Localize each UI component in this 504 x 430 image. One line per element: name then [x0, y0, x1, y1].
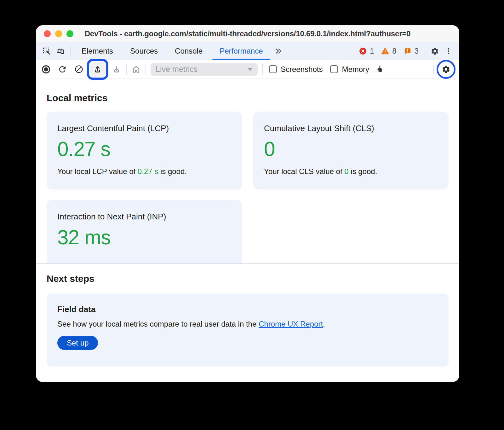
live-metrics-home-button[interactable] [129, 62, 143, 76]
devtools-settings-button[interactable] [428, 44, 442, 58]
screenshots-check-group: Screenshots [269, 65, 323, 74]
inspect-element-button[interactable] [40, 44, 54, 58]
local-metrics-heading: Local metrics [47, 93, 449, 103]
device-toolbar-button[interactable] [54, 44, 67, 58]
screenshots-checkbox[interactable] [269, 65, 277, 73]
chevron-down-icon [248, 68, 253, 71]
cls-description: Your local CLS value of 0 is good. [264, 167, 438, 176]
inspect-element-icon [42, 47, 51, 55]
toolbar-divider-3 [262, 64, 263, 74]
console-errors-badge[interactable]: 1 [359, 47, 374, 55]
metrics-grid: Largest Contentful Paint (LCP) 0.27 s Yo… [47, 112, 449, 263]
performance-toolbar: Live metrics Screenshots Memory [36, 60, 459, 79]
lcp-desc-suffix: is good. [158, 167, 187, 176]
settings-button-circle-annotation [437, 60, 455, 79]
lcp-card-title: Largest Contentful Paint (LCP) [57, 124, 231, 133]
upload-icon [93, 65, 102, 74]
field-data-text-suffix: . [323, 320, 325, 328]
toolbar-divider [126, 64, 127, 74]
warning-count: 8 [392, 47, 396, 55]
field-data-card: Field data See how your local metrics co… [47, 293, 449, 367]
tab-console[interactable]: Console [166, 42, 211, 60]
inp-card: Interaction to Next Paint (INP) 32 ms [47, 200, 242, 263]
field-data-text: See how your local metrics compare to re… [57, 320, 438, 328]
next-steps-heading: Next steps [47, 273, 449, 284]
console-warnings-badge[interactable]: 8 [381, 47, 396, 55]
device-toolbar-icon [56, 47, 65, 55]
tab-sources[interactable]: Sources [122, 42, 166, 60]
cls-desc-value: 0 [344, 167, 348, 176]
live-metrics-select[interactable]: Live metrics [151, 63, 258, 76]
traffic-lights [44, 25, 73, 42]
save-profile-button[interactable] [110, 62, 123, 76]
cls-card: Cumulative Layout Shift (CLS) 0 Your loc… [253, 112, 449, 189]
clear-icon [74, 65, 83, 74]
issue-count: 3 [415, 47, 419, 55]
lcp-desc-prefix: Your local LCP value of [57, 167, 138, 176]
field-data-text-prefix: See how your local metrics compare to re… [57, 320, 259, 328]
memory-check-group: Memory [330, 65, 369, 74]
more-tabs-button[interactable] [272, 44, 285, 58]
next-steps-section: Next steps Field data See how your local… [36, 264, 459, 367]
error-icon [359, 47, 367, 55]
lcp-desc-value: 0.27 s [138, 167, 158, 176]
cls-desc-prefix: Your local CLS value of [264, 167, 344, 176]
toolbar-divider-4 [433, 64, 434, 74]
inp-card-title: Interaction to Next Paint (INP) [57, 212, 231, 221]
tab-elements[interactable]: Elements [73, 42, 122, 60]
gear-icon [431, 47, 439, 55]
devtools-tab-bar: Elements Sources Console Performance 1 [36, 42, 459, 60]
upload-button-highlight-annotation [87, 59, 108, 80]
lcp-value: 0.27 s [57, 138, 231, 160]
double-chevron-right-icon [274, 47, 283, 55]
lcp-card: Largest Contentful Paint (LCP) 0.27 s Yo… [47, 112, 242, 189]
record-button[interactable] [39, 62, 53, 76]
error-count: 1 [370, 47, 374, 55]
window-title: DevTools - earth.google.com/static/multi… [85, 29, 411, 38]
screenshot-canvas: { "window_title": "DevTools - earth.goog… [0, 0, 504, 430]
tab-bar-divider-right [425, 46, 425, 56]
local-metrics-section: Local metrics Largest Contentful Paint (… [36, 79, 459, 263]
home-icon [131, 65, 141, 74]
screenshots-label: Screenshots [281, 65, 323, 74]
set-up-button[interactable]: Set up [57, 336, 98, 350]
reload-icon [58, 65, 67, 74]
field-data-title: Field data [57, 305, 438, 314]
load-profile-button[interactable] [90, 62, 106, 77]
minimize-window-button[interactable] [55, 30, 62, 37]
devtools-window: DevTools - earth.google.com/static/multi… [36, 25, 459, 382]
download-icon [112, 65, 121, 74]
memory-checkbox[interactable] [330, 65, 338, 73]
memory-label: Memory [342, 65, 369, 74]
toolbar-divider-2 [146, 64, 146, 74]
kebab-menu-icon [444, 47, 453, 55]
cls-card-title: Cumulative Layout Shift (CLS) [264, 124, 438, 133]
cls-desc-suffix: is good. [349, 167, 377, 176]
broom-icon [375, 65, 385, 74]
inp-value: 32 ms [57, 226, 231, 248]
close-window-button[interactable] [44, 30, 51, 37]
zoom-window-button[interactable] [66, 30, 73, 37]
lcp-description: Your local LCP value of 0.27 s is good. [57, 167, 231, 176]
issues-badge[interactable]: 3 [404, 47, 419, 55]
cls-value: 0 [264, 138, 438, 160]
title-bar: DevTools - earth.google.com/static/multi… [36, 25, 459, 42]
gear-icon[interactable] [442, 65, 450, 74]
tab-performance[interactable]: Performance [211, 42, 271, 60]
collect-garbage-button[interactable] [373, 62, 387, 76]
record-and-reload-button[interactable] [55, 62, 69, 76]
devtools-menu-button[interactable] [442, 44, 455, 58]
clear-button[interactable] [72, 62, 86, 76]
chrome-ux-report-link[interactable]: Chrome UX Report [259, 320, 323, 328]
tab-bar-divider [70, 46, 71, 56]
live-metrics-select-value: Live metrics [156, 65, 198, 74]
warning-icon [381, 47, 389, 55]
record-icon [41, 64, 51, 74]
issue-icon [404, 47, 412, 55]
